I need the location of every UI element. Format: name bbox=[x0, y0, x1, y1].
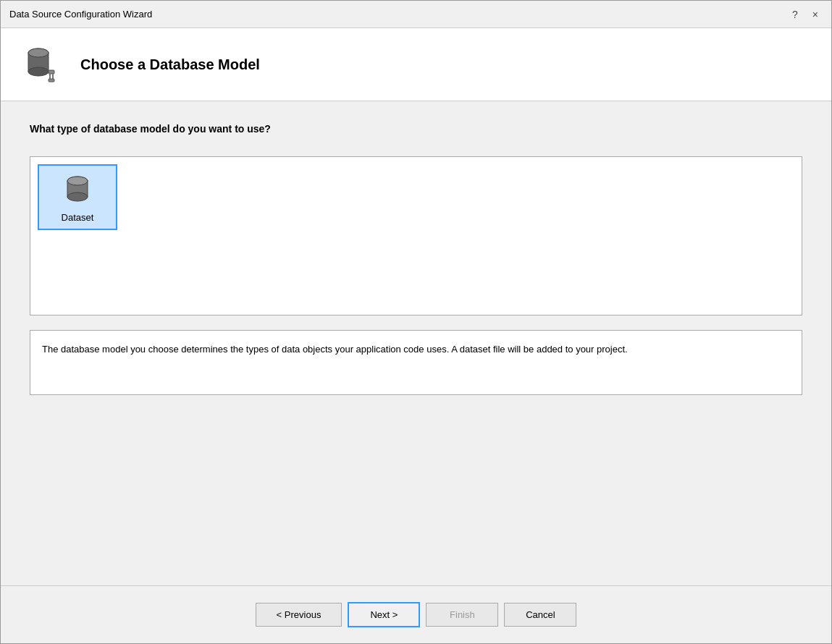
svg-point-2 bbox=[28, 67, 49, 76]
svg-rect-7 bbox=[49, 79, 54, 82]
model-selection-box[interactable]: Dataset bbox=[30, 156, 802, 315]
wizard-window: Data Source Configuration Wizard ? × bbox=[0, 0, 832, 644]
page-title: Choose a Database Model bbox=[80, 56, 260, 73]
header-icon bbox=[22, 43, 66, 86]
next-button[interactable]: Next > bbox=[348, 602, 420, 627]
svg-point-3 bbox=[28, 48, 49, 57]
header-section: Choose a Database Model bbox=[1, 28, 831, 101]
cancel-button[interactable]: Cancel bbox=[504, 603, 576, 627]
help-button[interactable]: ? bbox=[788, 8, 802, 21]
dataset-icon bbox=[59, 171, 96, 208]
finish-button: Finish bbox=[426, 603, 498, 627]
dataset-cylinder-icon bbox=[62, 174, 93, 206]
window-title: Data Source Configuration Wizard bbox=[9, 9, 152, 20]
description-box: The database model you choose determines… bbox=[30, 330, 802, 395]
close-button[interactable]: × bbox=[808, 8, 823, 21]
footer: < Previous Next > Finish Cancel bbox=[1, 585, 831, 643]
question-label: What type of database model do you want … bbox=[30, 123, 802, 135]
title-bar: Data Source Configuration Wizard ? × bbox=[1, 1, 831, 28]
dataset-model-item[interactable]: Dataset bbox=[38, 164, 117, 230]
main-content: What type of database model do you want … bbox=[1, 101, 831, 585]
svg-point-11 bbox=[67, 177, 88, 185]
svg-rect-4 bbox=[49, 70, 54, 74]
dataset-label: Dataset bbox=[62, 212, 94, 223]
database-plugin-icon bbox=[22, 43, 66, 86]
svg-point-10 bbox=[67, 192, 88, 201]
title-bar-right: ? × bbox=[788, 8, 823, 21]
title-bar-left: Data Source Configuration Wizard bbox=[9, 9, 152, 20]
previous-button[interactable]: < Previous bbox=[256, 603, 343, 627]
description-text: The database model you choose determines… bbox=[42, 344, 628, 355]
